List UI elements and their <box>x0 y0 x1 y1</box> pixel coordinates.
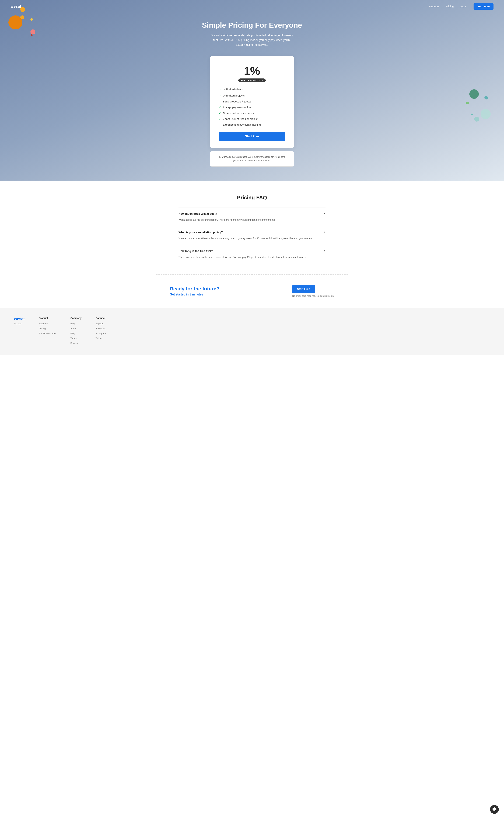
pricing-note: You will also pay a standard 3% fee per … <box>210 151 294 166</box>
deco-circle-red-tiny <box>31 34 33 36</box>
footer-copy: © 2020 <box>14 322 25 325</box>
footer-link-support[interactable]: Support <box>96 322 104 325</box>
cta-sub: Get started in 3 minutes <box>170 293 219 296</box>
faq-question-row-2[interactable]: What is your cancellation policy? ∧ <box>179 231 325 234</box>
infinity-icon-clients: ∞ <box>219 88 221 91</box>
footer: wesat © 2020 Product Features Pricing Fo… <box>0 308 504 355</box>
hero-section: Simple Pricing For Everyone Our subscrip… <box>0 0 504 180</box>
feature-bold-expense: Expense <box>223 123 234 126</box>
cta-heading: Ready for the future? <box>170 286 219 292</box>
pricing-features-list: ∞ Unlimited clients ∞ Unlimited projects… <box>219 88 285 126</box>
feature-bold-share: Share <box>223 117 230 120</box>
faq-item-3: How long is the free trial? ∧ There's no… <box>179 245 325 264</box>
feature-item-contracts: ✓ Create and send contracts <box>219 111 285 115</box>
deco-circle-mint-small <box>474 117 479 121</box>
faq-chevron-up-1: ∧ <box>323 212 325 216</box>
nav-features[interactable]: Features <box>429 5 439 8</box>
feature-item-payments: ✓ Accept payments online <box>219 106 285 109</box>
footer-link-blog[interactable]: Blog <box>70 322 75 325</box>
footer-brand: wesat © 2020 <box>14 317 25 346</box>
nav-pricing[interactable]: Pricing <box>446 5 454 8</box>
deco-circle-lime <box>466 102 469 104</box>
feature-item-expense: ✓ Expense and payments tracking <box>219 123 285 126</box>
cta-start-free-button[interactable]: Start Free <box>292 285 315 293</box>
faq-answer-2: You can cancel your Wesat subscription a… <box>179 237 325 241</box>
deco-circle-salmon <box>30 29 35 34</box>
footer-col-connect: Connect Support Facebook Instagram Twitt… <box>96 317 106 346</box>
pricing-card: 1% PER TRANSACTION ∞ Unlimited clients ∞… <box>210 56 294 148</box>
footer-col-connect-heading: Connect <box>96 317 106 320</box>
footer-link-facebook[interactable]: Facebook <box>96 327 106 330</box>
footer-link-features[interactable]: Features <box>39 322 48 325</box>
check-icon-proposals: ✓ <box>219 100 221 103</box>
footer-inner: wesat © 2020 Product Features Pricing Fo… <box>14 317 189 346</box>
faq-question-3: How long is the free trial? <box>179 250 213 253</box>
navbar-start-free-button[interactable]: Start Free <box>474 3 493 10</box>
feature-item-files: ✓ Share 2GB of files per project <box>219 117 285 120</box>
feature-item-proposals: ✓ Send proposals / quotes <box>219 100 285 103</box>
footer-link-instagram[interactable]: Instagram <box>96 332 106 335</box>
feature-bold-accept: Accept <box>223 106 232 109</box>
cta-section: Ready for the future? Get started in 3 m… <box>0 274 504 308</box>
feature-bold-projects: Unlimited <box>223 94 235 97</box>
cta-right: Start Free No credit card required. No c… <box>292 285 334 297</box>
faq-item-2: What is your cancellation policy? ∧ You … <box>179 226 325 245</box>
deco-circle-orange-tiny <box>30 18 33 21</box>
check-icon-files: ✓ <box>219 117 221 120</box>
feature-bold-send: Send <box>223 100 229 103</box>
footer-link-about[interactable]: About <box>70 327 76 330</box>
footer-col-company-heading: Company <box>70 317 82 320</box>
footer-link-terms[interactable]: Terms <box>70 337 76 340</box>
nav-login[interactable]: Log In <box>460 5 467 8</box>
footer-col-company: Company Blog About FAQ Terms Privacy <box>70 317 82 346</box>
hero-title: Simple Pricing For Everyone <box>3 21 501 29</box>
check-icon-expense: ✓ <box>219 123 221 126</box>
footer-link-faq[interactable]: FAQ <box>70 332 75 335</box>
hero-subtitle: Our subscription-free model lets you tak… <box>210 33 294 47</box>
navbar: wesat Features Pricing Log In Start Free <box>0 0 504 13</box>
deco-circle-green-large <box>469 89 479 99</box>
deco-circle-mint-tiny <box>471 113 473 115</box>
footer-col-product-heading: Product <box>39 317 56 320</box>
feature-bold-create: Create <box>223 111 231 114</box>
pricing-badge: PER TRANSACTION <box>238 78 266 82</box>
faq-item-1: How much does Wesat cost? ∧ Wesat takes … <box>179 208 325 226</box>
navbar-logo: wesat <box>11 4 21 9</box>
faq-chevron-up-2: ∧ <box>323 231 325 234</box>
feature-bold-clients: Unlimited <box>223 88 235 91</box>
faq-question-1: How much does Wesat cost? <box>179 212 217 216</box>
footer-col-product: Product Features Pricing For Professiona… <box>39 317 56 346</box>
deco-circle-mint-large <box>481 109 491 119</box>
faq-answer-1: Wesat takes 1% fee per transaction. Ther… <box>179 218 325 222</box>
faq-chevron-up-3: ∧ <box>323 249 325 253</box>
footer-link-twitter[interactable]: Twitter <box>96 337 102 340</box>
footer-link-professionals[interactable]: For Professionals <box>39 332 56 335</box>
deco-circle-teal-small <box>484 96 488 99</box>
cta-left: Ready for the future? Get started in 3 m… <box>170 286 219 296</box>
feature-item-unlimited-clients: ∞ Unlimited clients <box>219 88 285 91</box>
faq-section: Pricing FAQ How much does Wesat cost? ∧ … <box>0 180 504 274</box>
faq-question-row-1[interactable]: How much does Wesat cost? ∧ <box>179 212 325 216</box>
pricing-start-free-button[interactable]: Start Free <box>219 132 285 141</box>
deco-circle-orange-sm2 <box>20 15 24 19</box>
faq-answer-3: There's no time limit on the free versio… <box>179 255 325 260</box>
pricing-percent: 1% <box>219 65 285 77</box>
faq-title: Pricing FAQ <box>179 194 325 200</box>
faq-question-row-3[interactable]: How long is the free trial? ∧ <box>179 249 325 253</box>
faq-question-2: What is your cancellation policy? <box>179 231 223 234</box>
cta-note: No credit card required. No commitments. <box>292 295 334 297</box>
check-icon-contracts: ✓ <box>219 111 221 115</box>
infinity-icon-projects: ∞ <box>219 94 221 97</box>
footer-link-privacy[interactable]: Privacy <box>70 342 78 345</box>
navbar-links: Features Pricing Log In Start Free <box>429 3 493 10</box>
footer-logo: wesat <box>14 317 25 321</box>
footer-link-pricing[interactable]: Pricing <box>39 327 46 330</box>
check-icon-payments: ✓ <box>219 106 221 109</box>
feature-item-unlimited-projects: ∞ Unlimited projects <box>219 94 285 97</box>
